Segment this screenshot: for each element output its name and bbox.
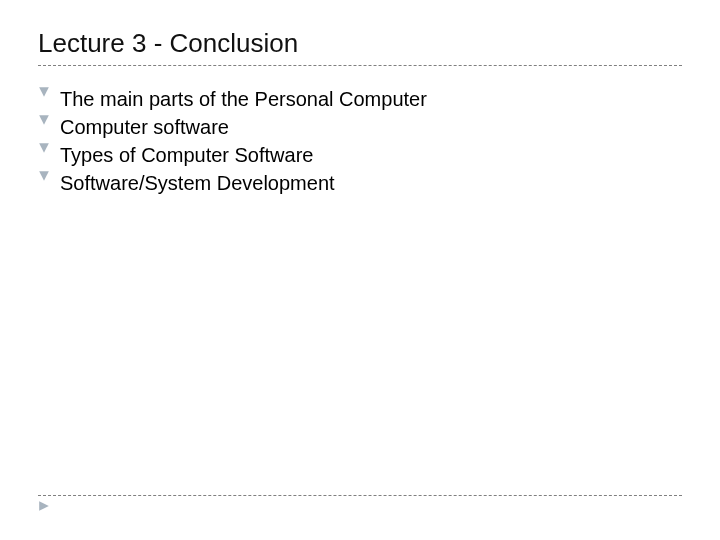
bullet-icon: [38, 114, 60, 126]
list-item: Software/System Development: [38, 170, 682, 196]
svg-marker-3: [39, 171, 49, 181]
bullet-icon: [38, 86, 60, 98]
footer-marker-icon: [38, 498, 50, 516]
bullet-icon: [38, 142, 60, 154]
bullet-text: Software/System Development: [60, 170, 335, 196]
svg-marker-4: [39, 501, 49, 511]
list-item: Types of Computer Software: [38, 142, 682, 168]
title-divider: [38, 65, 682, 66]
bullet-text: Computer software: [60, 114, 229, 140]
footer-divider: [38, 495, 682, 496]
slide-title: Lecture 3 - Conclusion: [38, 28, 682, 59]
svg-marker-1: [39, 115, 49, 125]
bullet-icon: [38, 170, 60, 182]
list-item: Computer software: [38, 114, 682, 140]
slide: Lecture 3 - Conclusion The main parts of…: [0, 0, 720, 540]
svg-marker-0: [39, 87, 49, 97]
list-item: The main parts of the Personal Computer: [38, 86, 682, 112]
bullet-text: Types of Computer Software: [60, 142, 313, 168]
bullet-list: The main parts of the Personal Computer …: [38, 86, 682, 196]
bullet-text: The main parts of the Personal Computer: [60, 86, 427, 112]
svg-marker-2: [39, 143, 49, 153]
